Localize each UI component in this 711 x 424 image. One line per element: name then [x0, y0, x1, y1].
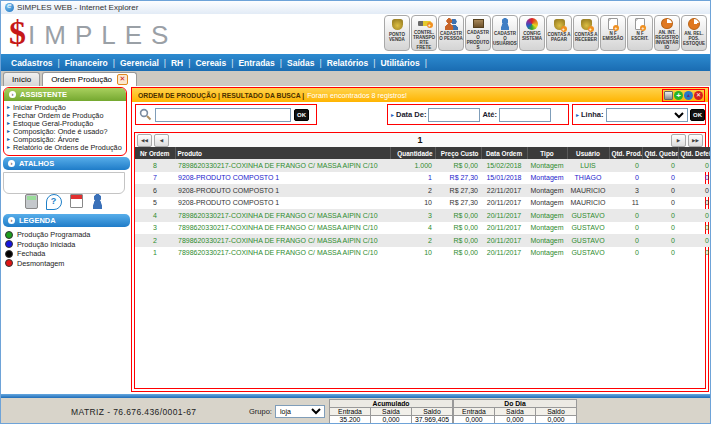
- table-row[interactable]: 79208-PRODUTO COMPOSTO 11R$ 27,3015/01/2…: [135, 172, 711, 185]
- linha-select[interactable]: [606, 108, 688, 122]
- header-actions: [662, 89, 705, 102]
- column-header-qtd-prod[interactable]: Qtd. Prod.: [609, 147, 642, 159]
- results-table-box: ◀◀ ◀ 1 ▶ ▶▶ Nr OrdemProdutoQuantidadePre…: [134, 132, 706, 389]
- bullet-arrow-icon: ▸: [7, 104, 10, 112]
- cell-preco-custo: R$ 27,30: [435, 184, 481, 197]
- toolbar-button-cadastro-produtos[interactable]: CADASTRO PRODUTOS: [465, 15, 491, 51]
- column-header-usuario[interactable]: Usuário: [567, 147, 609, 159]
- menu-item-cadastros[interactable]: Cadastros: [11, 58, 53, 68]
- table-row[interactable]: 69208-PRODUTO COMPOSTO 12R$ 27,3022/11/2…: [135, 184, 711, 197]
- legenda-header[interactable]: › LEGENDA: [3, 214, 130, 227]
- toolbar-button-config-sistema[interactable]: CONFIG SISTEMA: [519, 15, 545, 51]
- table-row[interactable]: 17898620330217-COXINHA DE FRANGO C/ MASS…: [135, 247, 711, 260]
- sidebar: › ASSISTENTE ▸Iniciar Produção▸Fechar Or…: [1, 86, 129, 394]
- column-header-qtd-quebra[interactable]: Qtd. Quebra: [642, 147, 678, 159]
- toolbar-button-cadastro-usuarios[interactable]: CADASTRO USUÁRIOS: [492, 15, 518, 51]
- main-panel: ORDEM DE PRODUÇÃO | RESULTADO DA BUSCA |…: [131, 87, 709, 392]
- atalhos-header[interactable]: › ATALHOS: [3, 157, 130, 170]
- tab-inicio[interactable]: Início: [3, 72, 40, 86]
- toolbar-button-label: CADASTRO PESSOA: [439, 31, 463, 41]
- search-input[interactable]: [155, 108, 291, 122]
- menu-separator: |: [319, 58, 321, 68]
- add-icon[interactable]: [674, 91, 683, 100]
- print-icon[interactable]: [664, 91, 673, 100]
- cell-data-ordem: 15/01/2018: [481, 172, 527, 185]
- ate-label: Até:: [482, 110, 497, 119]
- toolbar-button-label: CADASTRO PRODUTOS: [466, 30, 490, 50]
- cell-produto: 9208-PRODUTO COMPOSTO 1: [175, 197, 390, 210]
- cell-nr-ordem: 6: [135, 184, 175, 197]
- calculator-icon[interactable]: [25, 194, 38, 209]
- results-header-bar: ORDEM DE PRODUÇÃO | RESULTADO DA BUSCA |…: [132, 88, 708, 102]
- linha-ok-button[interactable]: OK: [690, 109, 705, 121]
- search-ok-button[interactable]: OK: [294, 109, 309, 121]
- toolbar-button-contas-a-pagar[interactable]: +CONTAS A PAGAR: [546, 15, 572, 51]
- tab-ordem-producao[interactable]: Ordem Produção: [42, 72, 137, 86]
- menu-item-utilitarios[interactable]: Utilitários: [380, 58, 419, 68]
- legend-label: Produção Iniciada: [17, 240, 75, 249]
- menu-item-financeiro[interactable]: Financeiro: [65, 58, 108, 68]
- toolbar-button-contas-a-receber[interactable]: +CONTAS A RECEBER: [573, 15, 599, 51]
- menu-item-gerencial[interactable]: Gerencial: [120, 58, 159, 68]
- column-header-produto[interactable]: Produto: [175, 147, 390, 159]
- legend-item-producao-programada: Produção Programada: [5, 230, 125, 240]
- column-header-quantidade[interactable]: Quantidade: [390, 147, 435, 159]
- cell-usuario: GUSTAVO: [567, 234, 609, 247]
- table-row[interactable]: 27898620330217-COXINHA DE FRANGO C/ MASS…: [135, 234, 711, 247]
- linha-label: Linha:: [581, 110, 604, 119]
- legenda-title: LEGENDA: [19, 216, 56, 225]
- edit-icon[interactable]: [684, 91, 693, 100]
- menu-item-cereais[interactable]: Cereais: [195, 58, 226, 68]
- column-header-nr-ordem[interactable]: Nr Ordem: [135, 147, 175, 159]
- toolbar-button-an-int-registro-inventario[interactable]: AN. INT. REGISTRO INVENTÁRIO: [654, 15, 680, 51]
- toolbar-button-ponto-venda[interactable]: PONTO VENDA: [384, 15, 410, 51]
- summary-value-entrada: 35.200: [330, 416, 371, 424]
- cell-qtd-defeito: 0: [678, 247, 711, 260]
- menu-item-relatorios[interactable]: Relatórios: [327, 58, 369, 68]
- column-header-tipo[interactable]: Tipo: [527, 147, 567, 159]
- menu-item-rh[interactable]: RH: [171, 58, 183, 68]
- legend-label: Fechada: [17, 249, 45, 258]
- atalhos-title: ATALHOS: [19, 159, 54, 168]
- cell-quantidade: 2: [390, 234, 435, 247]
- calendar-icon[interactable]: [70, 194, 83, 208]
- cell-tipo: Montagem: [527, 247, 567, 260]
- toolbar-button-an-rel-pos-estoque[interactable]: AN. REL. POS. ESTOQUE: [681, 15, 707, 51]
- menu-item-saidas[interactable]: Saídas: [287, 58, 314, 68]
- menu-item-entradas[interactable]: Entradas: [238, 58, 274, 68]
- cell-quantidade: 2: [390, 184, 435, 197]
- help-icon[interactable]: [46, 194, 62, 210]
- pagination-bar: ◀◀ ◀ 1 ▶ ▶▶: [135, 133, 705, 147]
- search-icon: [139, 108, 152, 121]
- ate-input[interactable]: [499, 108, 551, 122]
- plus-badge-icon: +: [427, 22, 433, 28]
- tab-close-icon[interactable]: [117, 74, 128, 85]
- data-de-input[interactable]: [428, 108, 480, 122]
- table-row[interactable]: 59208-PRODUTO COMPOSTO 110R$ 27,3020/11/…: [135, 197, 711, 210]
- column-header-data-ordem[interactable]: Data Ordem: [481, 147, 527, 159]
- table-row[interactable]: 37898620330217-COXINHA DE FRANGO C/ MASS…: [135, 222, 711, 235]
- person-icon[interactable]: [91, 194, 104, 209]
- column-header-qtd-defeito[interactable]: Qtd. Defeito: [678, 147, 711, 159]
- toolbar-button-n-f-escrit[interactable]: +N F ESCRIT.: [627, 15, 653, 51]
- grupo-select[interactable]: loja: [275, 405, 325, 418]
- toolbar-button-contrl-transporte-frete[interactable]: +CONTRL. TRANSPORTE FRETE: [411, 15, 437, 51]
- legend-dot-icon: [5, 259, 13, 267]
- sidebar-item-relatorio-de-ordens-de-producao[interactable]: ▸Relatório de Ordens de Produção: [7, 144, 124, 152]
- cell-data-ordem: 22/11/2017: [481, 184, 527, 197]
- summary-col-saida: Saída: [495, 408, 536, 416]
- column-header-preco-custo[interactable]: Preço Custo: [435, 147, 481, 159]
- summary-title: Acumulado: [330, 400, 453, 408]
- cell-nr-ordem: 8: [135, 159, 175, 172]
- internet-explorer-icon: [5, 3, 14, 12]
- box-icon: [473, 19, 484, 28]
- legend-item-desmontagem: Desmontagem: [5, 259, 125, 269]
- pie-chart-icon: [688, 18, 700, 30]
- cell-tipo: Montagem: [527, 159, 567, 172]
- legend-dot-icon: [5, 250, 13, 258]
- toolbar-button-n-f-emissao[interactable]: +N F EMISSÃO: [600, 15, 626, 51]
- delete-icon[interactable]: [694, 91, 703, 100]
- table-row[interactable]: 87898620330217-COXINHA DE FRANGO C/ MASS…: [135, 159, 711, 172]
- toolbar-button-cadastro-pessoa[interactable]: CADASTRO PESSOA: [438, 15, 464, 51]
- table-row[interactable]: 47898620330217-COXINHA DE FRANGO C/ MASS…: [135, 209, 711, 222]
